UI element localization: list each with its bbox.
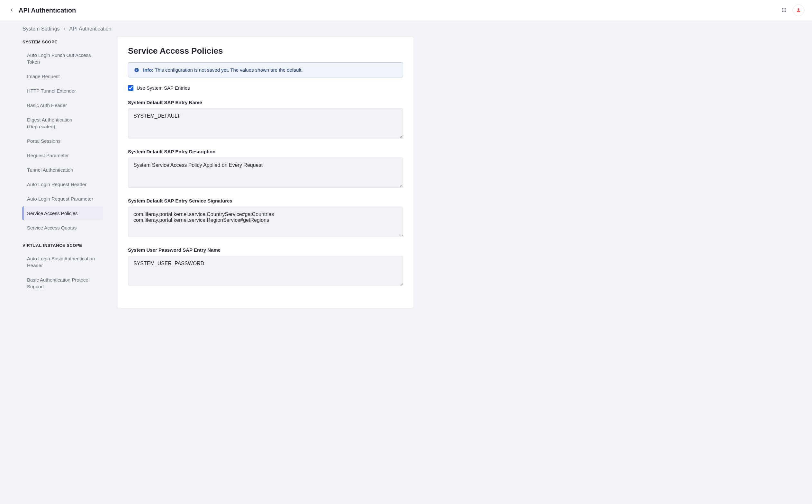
- grid-icon: [781, 7, 787, 14]
- use-system-sap-checkbox[interactable]: [128, 85, 133, 91]
- user-password-name-input[interactable]: [128, 256, 403, 286]
- chevron-left-icon: [9, 7, 14, 13]
- chevron-right-icon: [63, 27, 66, 31]
- sidebar-item-digest-auth[interactable]: Digest Authentication (Deprecated): [23, 113, 103, 133]
- sidebar-item-basic-auth-protocol-support[interactable]: Basic Authentication Protocol Support: [23, 273, 103, 293]
- svg-point-9: [798, 8, 799, 10]
- sidebar-item-image-request[interactable]: Image Request: [23, 69, 103, 83]
- user-menu-button[interactable]: [793, 5, 804, 16]
- svg-point-0: [782, 8, 783, 9]
- sidebar-item-auto-login-request-header[interactable]: Auto Login Request Header: [23, 177, 103, 191]
- sidebar-item-tunnel-authentication[interactable]: Tunnel Authentication: [23, 163, 103, 177]
- svg-rect-11: [136, 69, 137, 71]
- svg-point-2: [785, 8, 786, 9]
- sidebar: SYSTEM SCOPE Auto Login Punch Out Access…: [23, 37, 103, 294]
- breadcrumb: System Settings API Authentication: [0, 21, 812, 37]
- svg-point-4: [784, 9, 785, 10]
- main-panel: Service Access Policies Info: This confi…: [118, 37, 413, 308]
- svg-point-1: [784, 8, 785, 9]
- breadcrumb-current: API Authentication: [69, 26, 112, 32]
- sidebar-scope-header-system: SYSTEM SCOPE: [23, 37, 103, 48]
- svg-point-12: [136, 68, 137, 69]
- breadcrumb-link-system-settings[interactable]: System Settings: [23, 26, 60, 32]
- info-banner: Info: This configuration is not saved ye…: [128, 62, 403, 77]
- sidebar-item-http-tunnel-extender[interactable]: HTTP Tunnel Extender: [23, 84, 103, 98]
- default-name-input[interactable]: [128, 108, 403, 139]
- svg-point-6: [782, 11, 783, 12]
- info-text: Info: This configuration is not saved ye…: [143, 67, 302, 73]
- sidebar-item-service-access-policies[interactable]: Service Access Policies: [23, 206, 103, 220]
- sidebar-item-auto-login-basic-auth-header[interactable]: Auto Login Basic Authentication Header: [23, 252, 103, 272]
- user-password-name-label: System User Password SAP Entry Name: [128, 247, 403, 253]
- apps-menu-button[interactable]: [781, 7, 787, 14]
- use-system-sap-label[interactable]: Use System SAP Entries: [137, 85, 190, 91]
- sidebar-item-basic-auth-header[interactable]: Basic Auth Header: [23, 98, 103, 112]
- sidebar-item-service-access-quotas[interactable]: Service Access Quotas: [23, 221, 103, 235]
- default-description-label: System Default SAP Entry Description: [128, 149, 403, 154]
- sidebar-item-auto-login-punch-out[interactable]: Auto Login Punch Out Access Token: [23, 48, 103, 69]
- sidebar-item-auto-login-request-parameter[interactable]: Auto Login Request Parameter: [23, 192, 103, 206]
- svg-point-3: [782, 9, 783, 10]
- info-icon: [134, 67, 139, 73]
- signatures-label: System Default SAP Entry Service Signatu…: [128, 198, 403, 203]
- panel-title: Service Access Policies: [128, 46, 403, 56]
- svg-point-5: [785, 9, 786, 10]
- svg-point-7: [784, 11, 785, 12]
- sidebar-item-request-parameter[interactable]: Request Parameter: [23, 149, 103, 162]
- user-icon: [796, 7, 801, 13]
- svg-point-8: [785, 11, 786, 12]
- back-button[interactable]: [8, 6, 15, 15]
- sidebar-item-portal-sessions[interactable]: Portal Sessions: [23, 134, 103, 148]
- sidebar-scope-header-virtual: VIRTUAL INSTANCE SCOPE: [23, 240, 103, 252]
- signatures-input[interactable]: [128, 207, 403, 237]
- default-description-input[interactable]: [128, 157, 403, 188]
- default-name-label: System Default SAP Entry Name: [128, 100, 403, 105]
- page-title: API Authentication: [19, 7, 76, 14]
